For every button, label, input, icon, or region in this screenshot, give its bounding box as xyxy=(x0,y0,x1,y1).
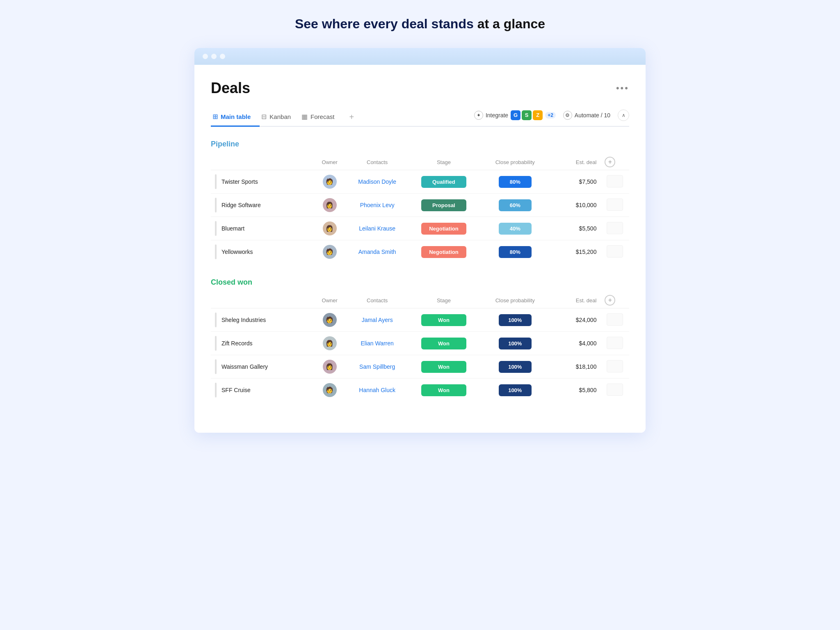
contact-link-row-sheleg[interactable]: Jamal Ayers xyxy=(362,317,393,323)
browser-dot-2 xyxy=(211,54,217,59)
integrate-button[interactable]: ✦ Integrate G S Z +2 xyxy=(474,110,556,120)
deal-border-row-twister xyxy=(215,174,217,189)
owner-cell-row-yellowworks: 🧑 xyxy=(315,240,344,264)
more-options-button[interactable]: ••• xyxy=(616,83,629,94)
stage-cell-row-ridge: Proposal xyxy=(411,194,477,217)
est-deal-cell-row-waissman: $18,100 xyxy=(553,355,601,379)
collapse-button[interactable]: ∧ xyxy=(618,110,629,121)
deal-border-row-waissman xyxy=(215,359,217,374)
empty-cell-row-twister xyxy=(607,175,623,187)
int-icon-2: S xyxy=(522,110,532,120)
table-row: Ridge Software 👩 Phoenix Levy Proposal 6… xyxy=(211,194,629,217)
est-deal-cell-row-sff: $5,800 xyxy=(553,379,601,402)
deal-name-row-bluemart: Bluemart xyxy=(221,225,244,232)
col-header-est-closed: Est. deal xyxy=(553,292,601,308)
extra-cell-row-zift xyxy=(600,332,629,355)
table-row: Waissman Gallery 👩 Sam Spillberg Won 100… xyxy=(211,355,629,379)
stage-cell-row-waissman: Won xyxy=(411,355,477,379)
browser-dot-3 xyxy=(220,54,225,59)
headline-bold: See where every deal stands xyxy=(295,16,474,31)
headline-normal: at a glance xyxy=(474,16,545,31)
col-header-stage-closed: Stage xyxy=(411,292,477,308)
add-column-pipeline-button[interactable]: + xyxy=(605,157,615,167)
prob-pill-row-yellowworks: 80% xyxy=(499,246,532,258)
add-tab-button[interactable]: + xyxy=(343,108,360,127)
owner-avatar-row-sff: 🧑 xyxy=(323,383,337,397)
extra-cell-row-yellowworks xyxy=(600,240,629,264)
owner-avatar-row-bluemart: 👩 xyxy=(323,221,337,235)
automate-button[interactable]: ⚙ Automate / 10 xyxy=(563,111,610,120)
owner-avatar-row-sheleg: 🧑 xyxy=(323,313,337,327)
browser-bar xyxy=(194,48,646,65)
deal-name-row-sheleg: Sheleg Industries xyxy=(221,317,266,323)
add-column-closed-button[interactable]: + xyxy=(605,295,615,306)
extra-cell-row-twister xyxy=(600,170,629,194)
col-header-owner-pipeline: Owner xyxy=(315,154,344,170)
tab-main-table[interactable]: ⊞ Main table xyxy=(211,109,260,127)
est-deal-cell-row-twister: $7,500 xyxy=(553,170,601,194)
deal-name-cell-row-yellowworks: Yellowworks xyxy=(211,240,315,264)
prob-pill-row-sff: 100% xyxy=(499,384,532,396)
prob-cell-row-sheleg: 100% xyxy=(477,308,553,332)
tabs-bar: ⊞ Main table ⊟ Kanban ▦ Forecast + ✦ Int… xyxy=(211,108,629,127)
prob-cell-row-bluemart: 40% xyxy=(477,217,553,240)
prob-pill-row-zift: 100% xyxy=(499,338,532,349)
integrate-label: Integrate xyxy=(486,112,508,119)
prob-cell-row-zift: 100% xyxy=(477,332,553,355)
col-header-stage-pipeline: Stage xyxy=(411,154,477,170)
deal-border-row-yellowworks xyxy=(215,244,217,259)
col-header-add-pipeline: + xyxy=(600,154,629,170)
contact-link-row-yellowworks[interactable]: Amanda Smith xyxy=(358,249,396,255)
pipeline-section-label: Pipeline xyxy=(211,140,629,148)
est-deal-cell-row-sheleg: $24,000 xyxy=(553,308,601,332)
contact-link-row-twister[interactable]: Madison Doyle xyxy=(358,178,396,185)
owner-cell-row-ridge: 👩 xyxy=(315,194,344,217)
contact-link-row-waissman[interactable]: Sam Spillberg xyxy=(359,363,395,370)
int-icon-1: G xyxy=(511,110,520,120)
col-header-prob-closed: Close probability xyxy=(477,292,553,308)
contact-link-row-sff[interactable]: Hannah Gluck xyxy=(359,387,395,393)
deal-name-cell-row-twister: Twister Sports xyxy=(211,170,315,194)
int-icon-3: Z xyxy=(533,110,543,120)
extra-cell-row-sff xyxy=(600,379,629,402)
forecast-icon: ▦ xyxy=(301,113,308,121)
deal-name-cell-row-zift: Zift Records xyxy=(211,332,315,355)
prob-cell-row-twister: 80% xyxy=(477,170,553,194)
tab-main-table-label: Main table xyxy=(221,113,251,120)
pipeline-table: Owner Contacts Stage Close probability E… xyxy=(211,154,629,263)
est-deal-cell-row-bluemart: $5,500 xyxy=(553,217,601,240)
deal-border-row-ridge xyxy=(215,198,217,212)
table-row: SFF Cruise 🧑 Hannah Gluck Won 100% $5,80… xyxy=(211,379,629,402)
empty-cell-row-bluemart xyxy=(607,222,623,234)
prob-pill-row-bluemart: 40% xyxy=(499,223,532,235)
col-header-name-pipeline xyxy=(211,154,315,170)
col-header-est-pipeline: Est. deal xyxy=(553,154,601,170)
app-title: Deals xyxy=(211,80,250,97)
tab-forecast[interactable]: ▦ Forecast xyxy=(300,109,343,127)
table-row: Twister Sports 🧑 Madison Doyle Qualified… xyxy=(211,170,629,194)
deal-border-row-zift xyxy=(215,336,217,351)
deal-border-row-sff xyxy=(215,383,217,397)
contact-link-row-ridge[interactable]: Phoenix Levy xyxy=(360,202,395,208)
stage-cell-row-sheleg: Won xyxy=(411,308,477,332)
stage-cell-row-twister: Qualified xyxy=(411,170,477,194)
contact-link-row-zift[interactable]: Elian Warren xyxy=(361,340,393,347)
app-header: Deals ••• xyxy=(211,80,629,97)
prob-pill-row-ridge: 60% xyxy=(499,199,532,211)
contact-link-row-bluemart[interactable]: Leilani Krause xyxy=(359,225,395,232)
stage-pill-row-zift: Won xyxy=(421,338,466,349)
prob-pill-row-waissman: 100% xyxy=(499,361,532,373)
contact-cell-row-ridge: Phoenix Levy xyxy=(344,194,411,217)
extra-cell-row-waissman xyxy=(600,355,629,379)
contact-cell-row-sheleg: Jamal Ayers xyxy=(344,308,411,332)
col-header-contacts-pipeline: Contacts xyxy=(344,154,411,170)
deal-name-cell-row-sff: SFF Cruise xyxy=(211,379,315,402)
stage-pill-row-sheleg: Won xyxy=(421,314,466,326)
extra-cell-row-sheleg xyxy=(600,308,629,332)
browser-window: Deals ••• ⊞ Main table ⊟ Kanban ▦ Foreca… xyxy=(194,48,646,433)
owner-avatar-row-zift: 👩 xyxy=(323,336,337,350)
empty-cell-row-zift xyxy=(607,337,623,349)
tab-kanban[interactable]: ⊟ Kanban xyxy=(260,109,300,127)
closed-won-section-label: Closed won xyxy=(211,278,629,287)
extra-cell-row-bluemart xyxy=(600,217,629,240)
